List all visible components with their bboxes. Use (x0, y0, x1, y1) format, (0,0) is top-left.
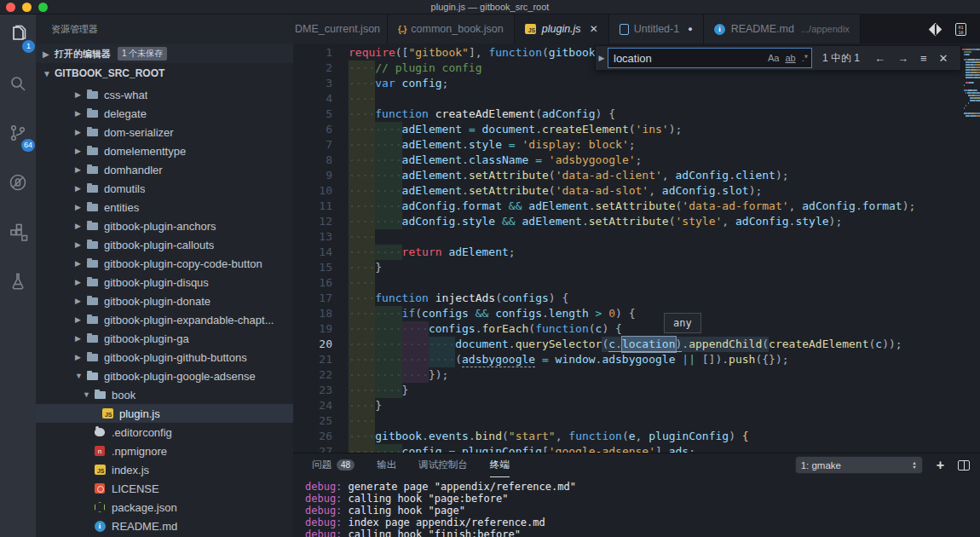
tree-item-.editorconfig[interactable]: .editorconfig (36, 423, 293, 442)
tab-README.md[interactable]: iREADME.md.../appendix (704, 14, 861, 43)
tree-item-domutils[interactable]: ▶domutils (36, 179, 293, 198)
code-token: ( (622, 429, 629, 444)
code-token: } (375, 398, 382, 413)
indent-guide: ···· (349, 229, 375, 245)
split-terminal-icon[interactable] (958, 460, 970, 471)
code-token: ; (629, 137, 636, 153)
tab-DME_current.json[interactable]: DME_current.json (293, 14, 388, 43)
tree-item-gitbook-plugin-github-buttons[interactable]: ▶gitbook-plugin-github-buttons (36, 348, 293, 367)
activity-extensions-button[interactable] (5, 221, 31, 246)
diamond-split-icon[interactable] (929, 22, 943, 36)
tree-item-index.js[interactable]: JSindex.js (36, 460, 293, 479)
terminal-line: debug: calling hook "page:before" (305, 493, 980, 505)
code-token: adElement (522, 214, 582, 229)
match-case-icon[interactable]: Aa (768, 53, 779, 63)
tree-item-entities[interactable]: ▶entities (36, 198, 293, 217)
tree-item-gitbook-plugin-ga[interactable]: ▶gitbook-plugin-ga (36, 329, 293, 348)
bottom-panel: 问题48输出调试控制台终端 1: gmake ▲▼ + debug: gener… (293, 453, 980, 537)
close-find-icon[interactable]: ✕ (939, 52, 948, 65)
tree-item-gitbook-plugin-copy-code-button[interactable]: ▶gitbook-plugin-copy-code-button (36, 254, 293, 273)
activity-badge: 64 (21, 139, 35, 152)
tree-item-book[interactable]: ▼book (36, 385, 293, 404)
debug-icon (8, 172, 28, 196)
zoom-window-button[interactable] (38, 3, 48, 12)
whole-word-icon[interactable]: ab (785, 53, 795, 63)
panel-tab-终端[interactable]: 终端 (490, 453, 510, 477)
panel-tab-问题[interactable]: 问题48 (312, 453, 355, 477)
panel-controls: 1: gmake ▲▼ + (795, 456, 970, 474)
tab-common_book.json[interactable]: {..}common_book.json (388, 14, 515, 43)
indent-guide: ···· (349, 367, 375, 383)
tree-item-.npmignore[interactable]: n.npmignore (36, 442, 293, 460)
tree-item-LICENSE[interactable]: LICENSE (36, 479, 293, 498)
tree-item-gitbook-plugin-google-adsense[interactable]: ▼gitbook-plugin-google-adsense (36, 367, 293, 385)
panel-tab-调试控制台[interactable]: 调试控制台 (418, 453, 468, 477)
activity-test-beaker-button[interactable] (5, 270, 31, 296)
tab-plugin.js[interactable]: JSplugin.js✕ (515, 14, 609, 43)
terminal-text: calling hook "finish:before" (342, 528, 521, 537)
toggle-replace-icon[interactable]: ▶ (596, 46, 608, 70)
tab-label: Untitled-1 (634, 23, 680, 35)
minimap-line (962, 115, 979, 117)
code-token: events (429, 429, 469, 444)
code-token: c (596, 321, 602, 337)
tree-item-label: css-what (104, 89, 147, 101)
minimap[interactable] (961, 45, 980, 453)
code-token: ( (762, 337, 769, 352)
tree-item-label: domhandler (104, 164, 163, 176)
tree-item-label: gitbook-plugin-callouts (104, 239, 214, 251)
previous-match-icon[interactable]: ← (874, 52, 885, 65)
twistie-icon: ▶ (75, 278, 86, 286)
code-token: [ (542, 444, 549, 453)
activity-debug-button[interactable] (5, 171, 31, 197)
activity-explorer-button[interactable]: 1 (5, 23, 31, 49)
tree-item-gitbook-plugin-expandable-chapt...[interactable]: ▶gitbook-plugin-expandable-chapt... (36, 310, 293, 329)
code-token (522, 199, 529, 214)
activity-source-control-button[interactable]: 64 (5, 122, 31, 147)
next-match-icon[interactable]: → (897, 52, 908, 65)
line-number: 9 (293, 168, 332, 183)
tree-item-package.json[interactable]: package.json (36, 498, 293, 517)
terminal-output[interactable]: debug: generate page "appendix/reference… (293, 477, 980, 537)
minimize-window-button[interactable] (22, 3, 32, 12)
window-controls[interactable] (6, 3, 48, 12)
activity-search-button[interactable] (5, 72, 31, 98)
terminal-select[interactable]: 1: gmake ▲▼ (795, 456, 923, 474)
indent-guide: ···· (349, 199, 375, 214)
tree-item-gitbook-plugin-donate[interactable]: ▶gitbook-plugin-donate (36, 292, 293, 310)
close-window-button[interactable] (6, 3, 15, 12)
code-editor[interactable]: 1require(["gitbook"], function(gitbook) … (293, 43, 980, 453)
find-input[interactable] (614, 52, 762, 65)
open-editors-section[interactable]: ▶ 打开的编辑器 1 个未保存 (36, 44, 293, 63)
panel-tab-输出[interactable]: 输出 (377, 453, 396, 477)
chevron-down-icon: ▼ (43, 69, 55, 78)
tree-item-domelementtype[interactable]: ▶domelementtype (36, 141, 293, 160)
binary-doc-icon[interactable]: 01 10 (955, 23, 966, 36)
tree-item-domhandler[interactable]: ▶domhandler (36, 160, 293, 179)
tab-Untitled-1[interactable]: Untitled-1● (609, 14, 704, 43)
find-in-selection-icon[interactable]: ≡ (920, 52, 927, 65)
regex-icon[interactable]: .* (802, 53, 808, 63)
tree-item-gitbook-plugin-disqus[interactable]: ▶gitbook-plugin-disqus (36, 273, 293, 292)
tree-item-dom-serializer[interactable]: ▶dom-serializer (36, 123, 293, 141)
tree-item-plugin.js[interactable]: JSplugin.js (36, 404, 293, 423)
editorconfig-icon (94, 427, 106, 438)
indent-guide: ···· (349, 413, 375, 429)
tree-item-gitbook-plugin-anchors[interactable]: ▶gitbook-plugin-anchors (36, 217, 293, 235)
tree-item-README.md[interactable]: iREADME.md (36, 517, 293, 535)
close-tab-icon[interactable]: ✕ (590, 23, 598, 35)
workspace-root[interactable]: ▼ GITBOOK_SRC_ROOT (36, 63, 293, 84)
tree-item-gitbook-plugin-callouts[interactable]: ▶gitbook-plugin-callouts (36, 235, 293, 254)
code-token: . (469, 429, 476, 444)
tree-item-css-what[interactable]: ▶css-what (36, 85, 293, 104)
code-token: className (469, 153, 528, 168)
line-number: 15 (293, 260, 332, 275)
code-token: adConfig (402, 199, 456, 214)
code-token: configs (502, 291, 549, 306)
gutter-space (332, 398, 349, 413)
new-terminal-icon[interactable]: + (937, 458, 944, 473)
tree-item-delegate[interactable]: ▶delegate (36, 104, 293, 123)
minimap-line (962, 49, 979, 50)
code-token: 'style' (676, 214, 723, 229)
indent-guide: ···· (375, 245, 401, 260)
